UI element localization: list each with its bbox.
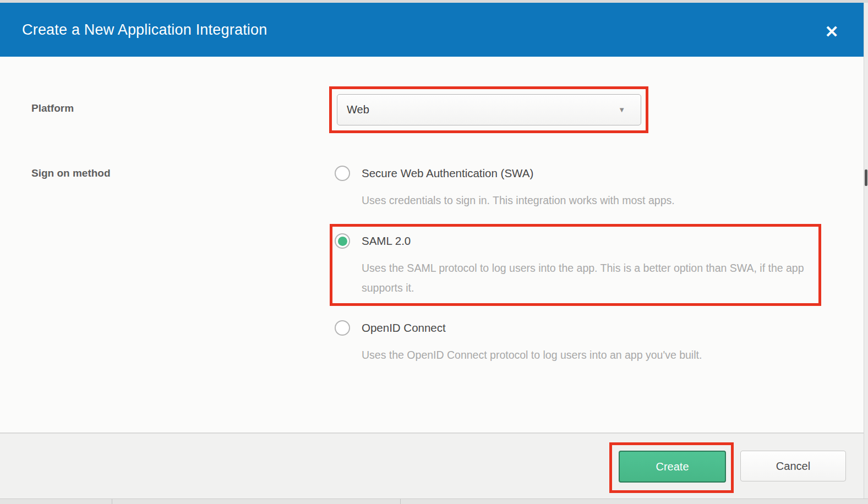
modal-title: Create a New Application Integration <box>0 21 267 39</box>
option-saml-label[interactable]: SAML 2.0 <box>362 234 411 248</box>
option-oidc-label[interactable]: OpenID Connect <box>362 321 446 335</box>
chevron-down-icon: ▼ <box>618 106 625 114</box>
scrollbar-thumb[interactable] <box>865 169 867 186</box>
modal-header: Create a New Application Integration <box>0 3 864 57</box>
option-swa: Secure Web Authentication (SWA) Uses cre… <box>335 166 830 210</box>
platform-select-value: Web <box>347 103 369 116</box>
modal-screen: Create a New Application Integration ✕ P… <box>0 0 868 504</box>
option-saml-description: Uses the SAML protocol to log users into… <box>362 258 821 298</box>
divider <box>112 499 112 504</box>
cancel-button[interactable]: Cancel <box>740 451 846 481</box>
modal-footer <box>0 432 864 498</box>
radio-oidc[interactable] <box>335 320 350 336</box>
option-saml: SAML 2.0 Uses the SAML protocol to log u… <box>335 233 830 298</box>
sign-on-method-label: Sign on method <box>31 167 111 179</box>
platform-select[interactable]: Web ▼ <box>337 94 641 125</box>
page-edge-bottom <box>0 498 868 504</box>
create-button[interactable]: Create <box>619 451 726 483</box>
scrollbar-track[interactable] <box>864 3 868 498</box>
option-swa-label[interactable]: Secure Web Authentication (SWA) <box>362 167 533 180</box>
option-oidc-description: Uses the OpenID Connect protocol to log … <box>362 345 821 365</box>
radio-saml[interactable] <box>335 233 350 249</box>
platform-label: Platform <box>31 102 74 114</box>
close-icon[interactable]: ✕ <box>821 21 842 42</box>
divider <box>400 499 401 504</box>
option-oidc: OpenID Connect Uses the OpenID Connect p… <box>335 320 830 365</box>
option-swa-description: Uses credentials to sign in. This integr… <box>362 190 821 210</box>
radio-swa[interactable] <box>335 166 350 181</box>
